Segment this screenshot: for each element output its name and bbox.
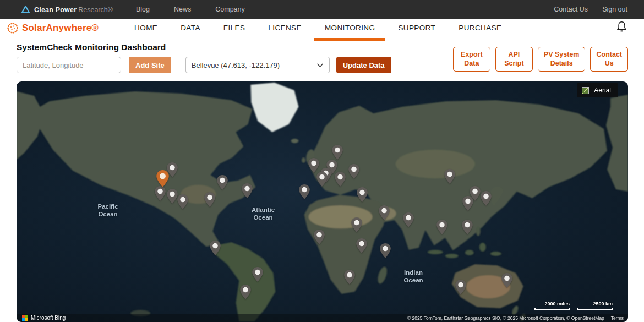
contact-us-button[interactable]: Contact Us [590, 47, 628, 72]
map-pin[interactable] [403, 212, 414, 227]
map-pin[interactable] [436, 220, 447, 234]
map-pin[interactable] [356, 238, 367, 253]
solaranywhere-wordmark: SolarAnywhere® [22, 23, 99, 34]
map-pin[interactable] [240, 285, 251, 299]
lat-lng-input[interactable] [17, 57, 121, 73]
solaranywhere-logo[interactable]: SolarAnywhere® [7, 22, 99, 34]
nav-item-monitoring[interactable]: MONITORING [313, 19, 387, 37]
terms-link[interactable]: Terms [611, 315, 624, 321]
map-attribution-strip: Microsoft Bing © 2025 TomTom, Earthstar … [17, 314, 628, 322]
map-pin[interactable] [242, 183, 253, 198]
main-navbar: SolarAnywhere® HOME DATA FILES LICENSE M… [0, 19, 644, 37]
action-button-group: Export Data API Script PV System Details… [453, 47, 628, 72]
notifications-bell-icon[interactable] [616, 20, 627, 35]
nav-item-data[interactable]: DATA [169, 19, 212, 37]
map-style-label: Aerial [594, 86, 611, 94]
map-pin[interactable] [299, 184, 310, 199]
site-select-value: Bellevue (47.613, -122.179) [192, 61, 280, 69]
top-utility-bar: Clean PowerResearch® Blog News Company C… [0, 0, 644, 19]
topbar-link-contact-us[interactable]: Contact Us [554, 6, 588, 13]
map-style-control[interactable]: Aerial [577, 83, 618, 97]
map-copyright-text: © 2025 TomTom, Earthstar Geographics SIO… [407, 315, 604, 321]
nav-item-home[interactable]: HOME [123, 19, 169, 37]
clean-power-research-logo[interactable]: Clean PowerResearch® [21, 4, 113, 14]
map-pin[interactable] [204, 192, 215, 207]
map-pin[interactable] [155, 186, 166, 201]
microsoft-bing-logo[interactable]: Microsoft Bing [22, 315, 66, 321]
topbar-link-blog[interactable]: Blog [136, 6, 150, 13]
map-pin[interactable] [167, 189, 178, 204]
nav-item-files[interactable]: FILES [212, 19, 257, 37]
scale-km-label: 2500 km [593, 301, 613, 307]
update-data-button[interactable]: Update Data [336, 57, 391, 73]
microsoft-logo-icon [22, 315, 28, 321]
map-pin[interactable] [335, 172, 346, 187]
recycle-icon [21, 5, 30, 14]
map-pin[interactable] [455, 280, 466, 294]
map-style-thumbnail-icon [582, 87, 589, 94]
map-scale-bars: 2000 miles 2500 km [534, 301, 613, 310]
map-pin[interactable] [462, 220, 473, 234]
map-pin[interactable] [351, 217, 362, 232]
map-pin[interactable] [252, 267, 263, 282]
map-pin[interactable] [380, 243, 391, 258]
map-pin[interactable] [481, 191, 492, 206]
topbar-link-news[interactable]: News [174, 6, 191, 13]
map-pin[interactable] [177, 194, 188, 209]
nav-item-purchase[interactable]: PURCHASE [447, 19, 513, 37]
api-script-button[interactable]: API Script [495, 47, 533, 72]
map-pin[interactable] [444, 169, 455, 184]
map-terrain [17, 81, 628, 322]
map-pin[interactable] [217, 175, 228, 190]
map-pin[interactable] [156, 170, 169, 187]
topbar-link-sign-out[interactable]: Sign out [602, 6, 627, 13]
map-pin[interactable] [462, 196, 473, 211]
scale-miles-bar [534, 308, 570, 310]
map-pin[interactable] [348, 164, 359, 179]
chevron-down-icon [316, 61, 324, 69]
sun-icon [7, 22, 19, 34]
nav-item-support[interactable]: SUPPORT [386, 19, 447, 37]
bing-brand-label: Microsoft Bing [31, 315, 66, 321]
nav-item-license[interactable]: LICENSE [256, 19, 313, 37]
map-pin[interactable] [357, 187, 368, 202]
scale-miles-label: 2000 miles [544, 301, 570, 307]
site-select-dropdown[interactable]: Bellevue (47.613, -122.179) [185, 57, 330, 73]
map-pin[interactable] [332, 145, 343, 160]
section-divider [0, 78, 644, 78]
world-map[interactable]: Pacific OceanAtlantic OceanIndian Ocean … [17, 81, 628, 322]
pv-system-details-button[interactable]: PV System Details [538, 47, 586, 72]
map-pin[interactable] [501, 273, 512, 288]
map-pin[interactable] [316, 172, 328, 187]
map-pin[interactable] [314, 230, 325, 244]
add-site-button[interactable]: Add Site [129, 57, 171, 73]
scale-km-bar [577, 308, 613, 310]
primary-navigation: HOME DATA FILES LICENSE MONITORING SUPPO… [123, 19, 513, 37]
map-pin[interactable] [344, 270, 355, 285]
map-pin[interactable] [379, 205, 390, 220]
export-data-button[interactable]: Export Data [453, 47, 490, 72]
map-pin[interactable] [308, 158, 319, 173]
topbar-link-company[interactable]: Company [215, 6, 245, 13]
map-pin[interactable] [210, 241, 221, 255]
brand-name-light: Research® [78, 6, 113, 14]
dashboard-header: SystemCheck Monitoring Dashboard Add Sit… [0, 37, 644, 78]
brand-name-bold: Clean Power [34, 6, 77, 14]
